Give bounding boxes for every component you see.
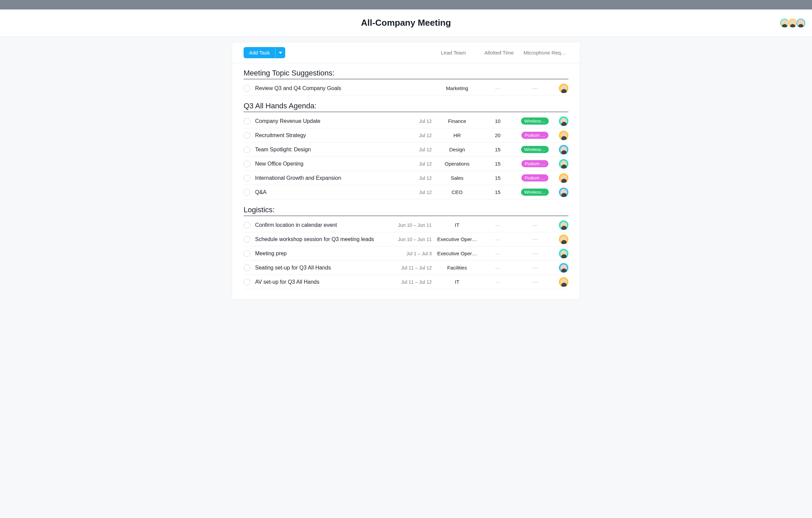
task-row[interactable]: Review Q3 and Q4 Company GoalsMarketing—… — [244, 81, 568, 95]
task-name[interactable]: Confirm location in calendar event — [255, 222, 394, 228]
task-complete-checkbox[interactable] — [244, 132, 250, 139]
task-name[interactable]: Seating set-up for Q3 All Hands — [255, 265, 394, 271]
task-microphone[interactable]: — — [516, 85, 554, 91]
column-header-lead[interactable]: Lead Team — [430, 50, 477, 56]
avatar[interactable] — [559, 159, 568, 169]
task-name[interactable]: International Growth and Expansion — [255, 175, 394, 181]
task-assignee[interactable] — [554, 235, 568, 244]
task-lead-team[interactable]: IT — [435, 279, 479, 285]
task-name[interactable]: Recruitment Strategy — [255, 132, 394, 138]
task-lead-team[interactable]: HR — [435, 132, 479, 138]
task-lead-team[interactable]: Finance — [435, 118, 479, 124]
task-complete-checkbox[interactable] — [244, 160, 250, 167]
task-date[interactable]: Jun 10 – Jun 11 — [394, 237, 435, 242]
section-title[interactable]: Q3 All Hands Agenda: — [244, 102, 568, 112]
task-microphone[interactable]: Wireless… — [516, 117, 554, 125]
task-assignee[interactable] — [554, 277, 568, 287]
avatar[interactable] — [780, 18, 790, 28]
task-complete-checkbox[interactable] — [244, 264, 250, 271]
task-name[interactable]: Q&A — [255, 189, 394, 195]
task-lead-team[interactable]: Operations — [435, 161, 479, 167]
task-row[interactable]: New Office OpeningJul 12Operations15Podi… — [244, 157, 568, 171]
section-title[interactable]: Meeting Topic Suggestions: — [244, 69, 568, 79]
task-lead-team[interactable]: Design — [435, 147, 479, 152]
task-allotted-time[interactable]: — — [479, 265, 516, 271]
task-name[interactable]: Meeting prep — [255, 251, 394, 257]
avatar[interactable] — [559, 235, 568, 244]
avatar[interactable] — [796, 18, 806, 28]
task-date[interactable]: Jul 11 – Jul 12 — [394, 265, 435, 271]
avatar[interactable] — [559, 131, 568, 140]
task-row[interactable]: Meeting prepJul 1 – Jul 3Executive Oper…… — [244, 246, 568, 261]
task-row[interactable]: Schedule workshop session for Q3 meeting… — [244, 232, 568, 246]
task-date[interactable]: Jul 12 — [394, 175, 435, 181]
task-row[interactable]: Confirm location in calendar eventJun 10… — [244, 218, 568, 232]
task-assignee[interactable] — [554, 220, 568, 230]
task-microphone[interactable]: — — [516, 251, 554, 257]
task-microphone[interactable]: — — [516, 265, 554, 271]
task-lead-team[interactable]: IT — [435, 222, 479, 228]
task-date[interactable]: Jun 10 – Jun 11 — [394, 222, 435, 228]
task-microphone[interactable]: Podium … — [516, 174, 554, 181]
task-lead-team[interactable]: CEO — [435, 189, 479, 195]
task-complete-checkbox[interactable] — [244, 279, 250, 285]
task-assignee[interactable] — [554, 263, 568, 273]
task-assignee[interactable] — [554, 173, 568, 183]
column-header-mic[interactable]: Microphone Req… — [521, 50, 568, 56]
task-name[interactable]: AV set-up for Q3 All Hands — [255, 279, 394, 285]
task-row[interactable]: International Growth and ExpansionJul 12… — [244, 171, 568, 185]
column-header-time[interactable]: Allotted Time — [477, 50, 521, 56]
avatar[interactable] — [559, 188, 568, 197]
task-allotted-time[interactable]: — — [479, 85, 516, 91]
task-date[interactable]: Jul 12 — [394, 147, 435, 152]
avatar[interactable] — [788, 18, 798, 28]
task-name[interactable]: Review Q3 and Q4 Company Goals — [255, 85, 394, 91]
task-complete-checkbox[interactable] — [244, 189, 250, 196]
avatar[interactable] — [559, 145, 568, 154]
task-lead-team[interactable]: Executive Oper… — [435, 251, 479, 256]
task-allotted-time[interactable]: 20 — [479, 132, 516, 138]
task-allotted-time[interactable]: 15 — [479, 175, 516, 181]
avatar[interactable] — [559, 84, 568, 93]
avatar[interactable] — [559, 116, 568, 126]
task-date[interactable]: Jul 1 – Jul 3 — [394, 251, 435, 256]
task-row[interactable]: Q&AJul 12CEO15Wireless… — [244, 185, 568, 199]
task-name[interactable]: Schedule workshop session for Q3 meeting… — [255, 236, 394, 242]
task-date[interactable]: Jul 11 – Jul 12 — [394, 279, 435, 285]
task-complete-checkbox[interactable] — [244, 146, 250, 153]
avatar[interactable] — [559, 277, 568, 287]
task-row[interactable]: Recruitment StrategyJul 12HR20Podium … — [244, 128, 568, 143]
task-microphone[interactable]: Podium … — [516, 160, 554, 167]
task-row[interactable]: Company Revenue UpdateJul 12Finance10Wir… — [244, 114, 568, 128]
task-complete-checkbox[interactable] — [244, 175, 250, 181]
task-date[interactable]: Jul 12 — [394, 118, 435, 124]
task-microphone[interactable]: — — [516, 236, 554, 242]
task-complete-checkbox[interactable] — [244, 85, 250, 92]
task-microphone[interactable]: Podium … — [516, 132, 554, 139]
avatar[interactable] — [559, 173, 568, 183]
header-avatar-group[interactable] — [782, 18, 806, 28]
task-allotted-time[interactable]: — — [479, 236, 516, 242]
add-task-button[interactable]: Add Task — [244, 47, 275, 58]
task-allotted-time[interactable]: — — [479, 222, 516, 228]
section-title[interactable]: Logistics: — [244, 206, 568, 216]
task-complete-checkbox[interactable] — [244, 236, 250, 243]
task-lead-team[interactable]: Facilities — [435, 265, 479, 271]
task-date[interactable]: Jul 12 — [394, 161, 435, 167]
task-assignee[interactable] — [554, 188, 568, 197]
task-name[interactable]: Company Revenue Update — [255, 118, 394, 124]
task-allotted-time[interactable]: — — [479, 279, 516, 285]
task-row[interactable]: AV set-up for Q3 All HandsJul 11 – Jul 1… — [244, 275, 568, 289]
avatar[interactable] — [559, 220, 568, 230]
task-lead-team[interactable]: Sales — [435, 175, 479, 181]
task-assignee[interactable] — [554, 159, 568, 169]
task-complete-checkbox[interactable] — [244, 118, 250, 125]
task-microphone[interactable]: — — [516, 279, 554, 285]
task-name[interactable]: New Office Opening — [255, 161, 394, 167]
task-row[interactable]: Team Spotlight: DesignJul 12Design15Wire… — [244, 143, 568, 157]
task-allotted-time[interactable]: 15 — [479, 161, 516, 167]
task-assignee[interactable] — [554, 249, 568, 258]
add-task-dropdown-button[interactable] — [275, 47, 285, 58]
task-assignee[interactable] — [554, 131, 568, 140]
task-assignee[interactable] — [554, 84, 568, 93]
